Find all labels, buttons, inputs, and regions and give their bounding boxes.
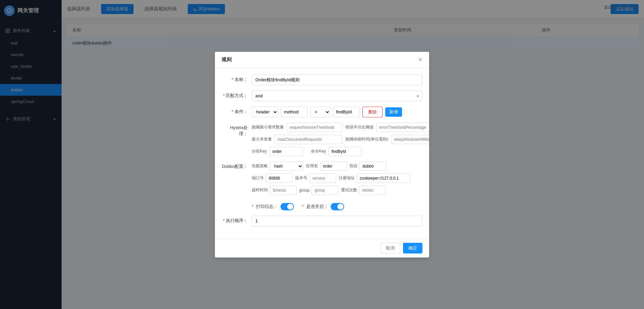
- condition-value-input[interactable]: [333, 107, 360, 117]
- hystrix-groupkey-input[interactable]: [269, 147, 303, 156]
- dubbo-label: Dubbo配置：: [222, 162, 252, 170]
- condition-delete-btn[interactable]: 删除: [363, 107, 383, 117]
- dubbo-protocol-label: 协议: [349, 163, 357, 169]
- hystrix-groupkey-item: 分组Key: [252, 147, 303, 156]
- dubbo-registry-input[interactable]: [357, 174, 410, 183]
- toggles-row: * 打印日志： * 是否开启：: [222, 203, 422, 210]
- hystrix-label: Hystrix处理：: [222, 123, 252, 137]
- hystrix-input-1[interactable]: [376, 123, 429, 132]
- dubbo-version-input[interactable]: [309, 174, 336, 183]
- dubbo-retry-label: 重试次数: [341, 187, 357, 193]
- match-control: and or: [252, 91, 422, 101]
- dubbo-row-2: 端口号 版本号 注册地址: [252, 174, 422, 183]
- hystrix-label-2: 最大并发量: [252, 136, 272, 142]
- confirm-button[interactable]: 确定: [403, 243, 422, 253]
- condition-add-btn[interactable]: 新增: [385, 107, 402, 117]
- hystrix-cmdkey-label: 命令Key: [311, 148, 326, 154]
- name-row: * 名称：: [222, 75, 422, 85]
- enable-label: 是否开启：: [306, 204, 328, 210]
- dubbo-appname-input[interactable]: [320, 162, 347, 171]
- dubbo-appname-label: 应用名: [306, 163, 318, 169]
- dubbo-retry-item: 重试次数: [341, 186, 386, 195]
- rule-modal: 规则 ✕ * 名称： * 匹配方式：: [215, 52, 429, 258]
- hystrix-groupkey-label: 分组Key: [252, 148, 267, 154]
- cancel-button[interactable]: 取消: [380, 243, 400, 253]
- dubbo-group-item: group: [299, 186, 338, 195]
- condition-control: header query uri = != 删除 新增: [252, 107, 422, 117]
- hystrix-item-3: 跑阈休眠时间(单位毫秒): [345, 135, 429, 144]
- dubbo-timeout-input[interactable]: [270, 186, 297, 195]
- dubbo-protocol-input[interactable]: [359, 162, 386, 171]
- hystrix-key-row: 分组Key 命令Key: [252, 147, 429, 156]
- modal-body: * 名称： * 匹配方式： and or: [215, 68, 429, 238]
- dubbo-row-1: 负载策略 hash random roundrobin 应用名: [252, 162, 422, 171]
- hystrix-label-1: 错误半分比阈值: [345, 124, 374, 130]
- dubbo-port-item: 端口号: [252, 174, 293, 183]
- order-input[interactable]: [252, 216, 422, 226]
- dubbo-timeout-item: 超时时间: [252, 186, 297, 195]
- hystrix-grid: 跑阈最小请求数量 错误半分比阈值 最大并发量 跑阈休眠时间(单位毫秒): [252, 123, 429, 144]
- condition-fields: header query uri = != 删除 新增: [252, 107, 422, 117]
- condition-op-select[interactable]: = !=: [310, 107, 330, 117]
- condition-row: * 条件： header query uri = !=: [222, 107, 422, 117]
- dubbo-group-input[interactable]: [312, 186, 338, 195]
- name-label: * 名称：: [222, 75, 252, 83]
- name-required: *: [232, 77, 233, 82]
- dubbo-loadbalance-select[interactable]: hash random roundrobin: [270, 162, 303, 171]
- hystrix-label-0: 跑阈最小请求数量: [252, 124, 284, 130]
- dubbo-row: Dubbo配置： 负载策略 hash random roundrobin: [222, 162, 422, 198]
- enable-group: * 是否开启：: [302, 203, 344, 210]
- dubbo-group-label: group: [299, 188, 310, 193]
- condition-label: * 条件：: [222, 107, 252, 115]
- match-row: * 匹配方式： and or: [222, 91, 422, 101]
- condition-type-select[interactable]: header query uri: [252, 107, 278, 117]
- hystrix-item-0: 跑阈最小请求数量: [252, 123, 343, 132]
- enable-toggle[interactable]: [331, 203, 344, 210]
- hystrix-item-1: 错误半分比阈值: [345, 123, 429, 132]
- print-log-group: * 打印日志：: [252, 203, 294, 210]
- dubbo-appname-item: 应用名: [306, 162, 347, 171]
- modal-close-btn[interactable]: ✕: [418, 57, 422, 63]
- order-row: * 执行顺序：: [222, 216, 422, 226]
- order-control: [252, 216, 422, 226]
- order-label: * 执行顺序：: [222, 216, 252, 224]
- hystrix-item-2: 最大并发量: [252, 135, 343, 144]
- hystrix-input-2[interactable]: [274, 135, 343, 144]
- dubbo-port-label: 端口号: [252, 175, 264, 181]
- dubbo-loadbalance-label: 负载策略: [252, 163, 268, 169]
- modal-header: 规则 ✕: [215, 52, 429, 68]
- dubbo-registry-label: 注册地址: [339, 175, 355, 181]
- dubbo-version-item: 版本号: [295, 174, 336, 183]
- dubbo-port-input[interactable]: [266, 174, 293, 183]
- dubbo-loadbalance-item: 负载策略 hash random roundrobin: [252, 162, 303, 171]
- dubbo-registry-item: 注册地址: [339, 174, 410, 183]
- modal-title: 规则: [222, 57, 232, 63]
- hystrix-input-0[interactable]: [287, 123, 343, 132]
- match-select[interactable]: and or: [252, 91, 422, 101]
- name-control: [252, 75, 422, 85]
- modal-footer: 取消 确定: [215, 238, 429, 258]
- dubbo-retry-input[interactable]: [359, 186, 386, 195]
- dubbo-control: 负载策略 hash random roundrobin 应用名: [252, 162, 422, 198]
- name-input[interactable]: [252, 75, 422, 85]
- modal-overlay: 规则 ✕ * 名称： * 匹配方式：: [0, 0, 644, 309]
- hystrix-cmdkey-input[interactable]: [328, 147, 362, 156]
- print-log-label: 打印日志：: [256, 204, 278, 210]
- hystrix-label-3: 跑阈休眠时间(单位毫秒): [345, 136, 388, 142]
- print-log-toggle[interactable]: [280, 203, 294, 210]
- dubbo-timeout-label: 超时时间: [252, 187, 268, 193]
- condition-method-input[interactable]: [281, 107, 308, 117]
- match-label: * 匹配方式：: [222, 91, 252, 99]
- hystrix-cmdkey-item: 命令Key: [311, 147, 362, 156]
- dubbo-protocol-item: 协议: [349, 162, 386, 171]
- dubbo-row-3: 超时时间 group 重试次数: [252, 186, 422, 195]
- hystrix-control: 跑阈最小请求数量 错误半分比阈值 最大并发量 跑阈休眠时间(单位毫秒): [252, 123, 429, 156]
- hystrix-input-3[interactable]: [391, 135, 429, 144]
- dubbo-version-label: 版本号: [295, 175, 307, 181]
- hystrix-row: Hystrix处理： 跑阈最小请求数量 错误半分比阈值 最大并发量: [222, 123, 422, 156]
